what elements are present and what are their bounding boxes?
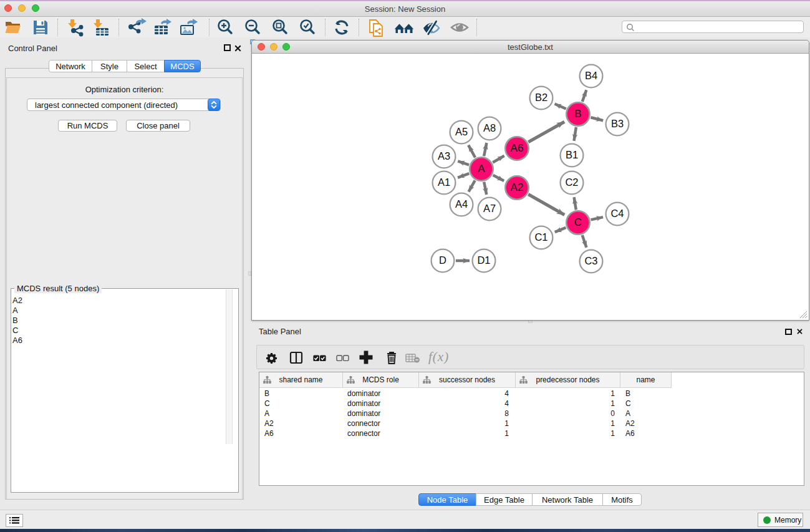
svg-text:B: B bbox=[574, 108, 581, 120]
svg-text:A6: A6 bbox=[511, 142, 524, 154]
svg-text:B4: B4 bbox=[585, 70, 597, 81]
svg-text:D: D bbox=[439, 254, 446, 266]
svg-text:B3: B3 bbox=[611, 118, 624, 129]
svg-text:A5: A5 bbox=[455, 126, 468, 137]
svg-text:B2: B2 bbox=[535, 92, 547, 103]
svg-text:C: C bbox=[574, 216, 582, 228]
svg-text:C2: C2 bbox=[565, 177, 578, 188]
svg-text:B1: B1 bbox=[566, 149, 578, 160]
svg-text:C3: C3 bbox=[584, 255, 597, 266]
svg-text:D1: D1 bbox=[477, 254, 490, 266]
svg-text:A4: A4 bbox=[455, 198, 468, 210]
svg-text:C1: C1 bbox=[534, 231, 547, 243]
svg-text:A1: A1 bbox=[438, 177, 450, 188]
svg-text:A3: A3 bbox=[438, 150, 450, 162]
svg-text:A2: A2 bbox=[511, 181, 524, 193]
svg-text:A7: A7 bbox=[483, 203, 496, 214]
svg-text:A8: A8 bbox=[483, 122, 496, 133]
svg-text:A: A bbox=[478, 163, 485, 175]
svg-text:C4: C4 bbox=[610, 208, 624, 219]
